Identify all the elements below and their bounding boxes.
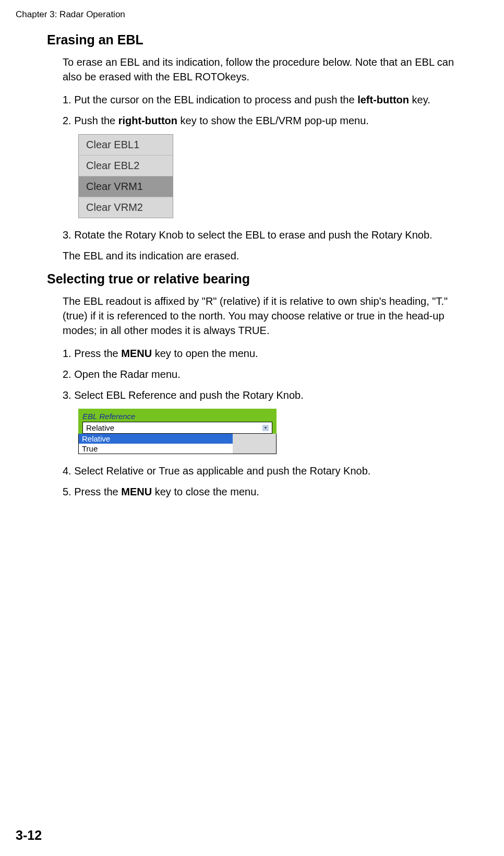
ebl-ref-select[interactable]: Relative ▾ [82,422,272,434]
section2-step2: 2. Open the Radar menu. [63,367,472,382]
chevron-down-icon: ▾ [262,425,269,431]
ebl-ref-option-relative[interactable]: Relative [79,434,233,444]
s2-step1-pre: 1. Press the [63,348,121,359]
page-number: 3-12 [16,828,42,843]
step1-post: key. [409,94,430,105]
chapter-header: Chapter 3: Radar Operation [16,9,125,20]
step1-pre: 1. Put the cursor on the EBL indication … [63,94,357,105]
popup-item-clear-vrm1[interactable]: Clear VRM1 [79,176,173,197]
section2-step1: 1. Press the MENU key to open the menu. [63,346,472,361]
step2-post: key to show the EBL/VRM pop-up menu. [177,115,369,126]
section2-step3: 3. Select EBL Reference and push the Rot… [63,388,472,402]
s2-step5-bold: MENU [121,486,152,497]
ebl-ref-label: EBL Reference [82,412,272,421]
step2-pre: 2. Push the [63,115,118,126]
section2-step4: 4. Select Relative or True as applicable… [63,463,472,478]
s2-step1-post: key to open the menu. [152,348,258,359]
popup-item-clear-vrm2[interactable]: Clear VRM2 [79,197,173,218]
popup-item-clear-ebl1[interactable]: Clear EBL1 [79,135,173,156]
section1-intro: To erase an EBL and its indication, foll… [63,55,472,84]
section-title-erasing-ebl: Erasing an EBL [47,32,472,47]
section1-step1: 1. Put the cursor on the EBL indication … [63,92,472,107]
popup-item-clear-ebl2[interactable]: Clear EBL2 [79,156,173,176]
step2-bold: right-button [118,115,177,126]
section1-step3: 3. Rotate the Rotary Knob to select the … [63,228,472,242]
s2-step1-bold: MENU [121,348,152,359]
section1-step2: 2. Push the right-button key to show the… [63,113,472,128]
ebl-ref-selected-value: Relative [86,423,114,432]
section-title-bearing: Selecting true or relative bearing [47,271,472,287]
ebl-vrm-popup-menu: Clear EBL1 Clear EBL2 Clear VRM1 Clear V… [78,134,173,218]
s2-step5-post: key to close the menu. [152,486,259,497]
section1-conclusion: The EBL and its indication are erased. [63,248,472,263]
step1-bold: left-button [357,94,409,105]
ebl-ref-header: EBL Reference Relative ▾ [78,409,277,434]
s2-step5-pre: 5. Press the [63,486,121,497]
section2-intro: The EBL readout is affixed by "R" (relat… [63,294,472,338]
section2-step5: 5. Press the MENU key to close the menu. [63,484,472,499]
ebl-ref-dropdown: Relative True [78,434,277,454]
ebl-ref-option-true[interactable]: True [79,444,233,454]
page-content: Erasing an EBL To erase an EBL and its i… [47,32,472,505]
ebl-reference-menu: EBL Reference Relative ▾ Relative True [78,409,277,454]
